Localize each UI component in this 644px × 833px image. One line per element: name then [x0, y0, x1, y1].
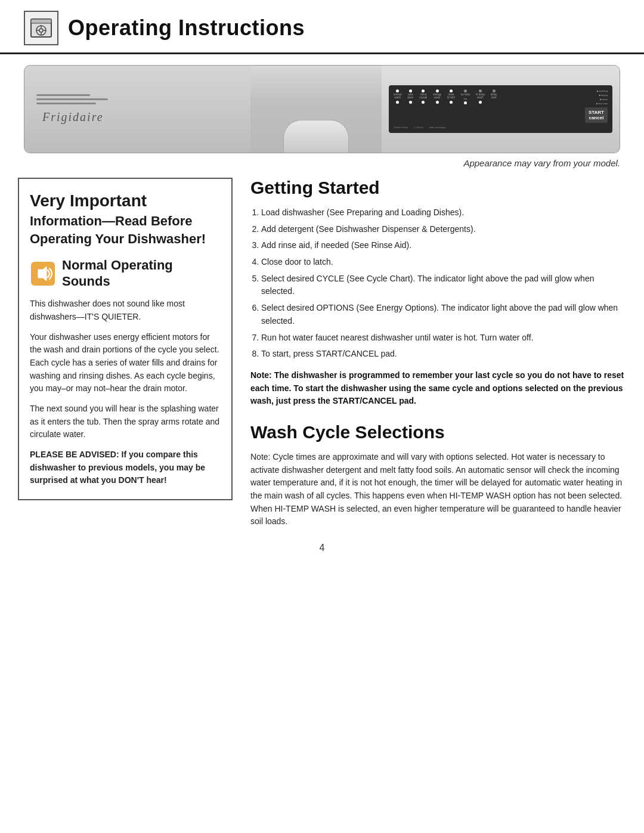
- label-energy: energysaver: [433, 94, 441, 100]
- label-noheat2: dry: [464, 98, 467, 100]
- appearance-note: Appearance may vary from your model.: [24, 158, 620, 168]
- dot2-china: [422, 101, 425, 104]
- brand-line-3: [36, 103, 96, 104]
- body-para2: Your dishwasher uses energy efficient mo…: [30, 331, 221, 395]
- cycle-china: chinacrystal: [419, 89, 427, 104]
- step-2: Add detergent (See Dishwasher Dispenser …: [261, 223, 626, 236]
- brand-name: Frigidaire: [42, 110, 239, 124]
- normal-sounds-title-block: Normal Operating Sounds: [62, 258, 173, 289]
- status-labels: ■ washing ■ drying ■ clean ■ low rinse: [585, 89, 608, 105]
- appliance-right-panel: normalwash potspans chinacrystal: [382, 66, 620, 153]
- important-box: Very Important Information—Read Before O…: [18, 178, 233, 500]
- label-noheat: no heat: [461, 94, 470, 97]
- appliance-middle-panel: [250, 66, 382, 153]
- page-footer: 4: [0, 528, 644, 563]
- wash-cycle-title: Wash Cycle Selections: [250, 422, 626, 442]
- step-1: Load dishwasher (See Preparing and Loadi…: [261, 206, 626, 219]
- cycle-delay: delaystart: [491, 89, 497, 104]
- cycle-normal: normalwash: [394, 89, 402, 104]
- step-7: Run hot water faucet nearest dishwasher …: [261, 332, 626, 345]
- important-title-line1: Very Important: [30, 191, 221, 211]
- sounds-title-line2: Sounds: [62, 274, 173, 289]
- brand-line-1: [36, 94, 90, 96]
- dot2-noheat: [464, 101, 467, 104]
- timer-remaining-label: timer remaining: [429, 126, 446, 129]
- dot-hitemp: [479, 89, 482, 92]
- appliance-left-panel: Frigidaire: [24, 66, 250, 153]
- wash-cycle-section: Wash Cycle Selections Note: Cycle times …: [250, 422, 626, 528]
- step-8: To start, press START/CANCEL pad.: [261, 348, 626, 361]
- label-pots: potspans: [408, 94, 414, 100]
- page-number: 4: [320, 543, 325, 553]
- brand-lines: [36, 94, 239, 104]
- header-icon: [24, 11, 58, 45]
- step-4: Close door to latch.: [261, 256, 626, 269]
- label-delay: delaystart: [491, 94, 497, 100]
- dot-normal: [396, 89, 399, 92]
- start-section: ■ washing ■ drying ■ clean ■ low rinse S…: [585, 89, 608, 123]
- brand-line-2: [36, 98, 108, 100]
- control-panel: normalwash potspans chinacrystal: [389, 85, 612, 133]
- sound-icon: [30, 261, 56, 287]
- label-china: chinacrystal: [419, 94, 427, 100]
- step-5: Select desired CYCLE (See Cycle Chart). …: [261, 272, 626, 298]
- washing-label: ■ washing: [585, 89, 608, 92]
- page-title: Operating Instructions: [68, 16, 305, 41]
- body-para1: This dishwasher does not sound like most…: [30, 298, 221, 323]
- cycle-noheat: no heat dry: [461, 89, 470, 104]
- right-column: Getting Started Load dishwasher (See Pre…: [250, 178, 626, 528]
- step-3: Add rinse aid, if needed (See Rinse Aid)…: [261, 239, 626, 252]
- page-header: Operating Instructions: [0, 0, 644, 54]
- getting-started-note: Note: The dishwasher is programmed to re…: [250, 369, 626, 408]
- door-handle: [283, 120, 349, 153]
- body-para3: The next sound you will hear is the spla…: [30, 402, 221, 441]
- label-normal: normalwash: [394, 94, 402, 100]
- start-cancel-button[interactable]: STARTcancel: [585, 107, 608, 123]
- rinse-label: ■ low rinse: [585, 102, 608, 105]
- appliance-image-section: Frigidaire normalwash: [24, 65, 620, 153]
- cycle-rinse: rinse& hold: [447, 89, 455, 104]
- getting-started-list: Load dishwasher (See Preparing and Loadi…: [250, 206, 626, 361]
- dot-energy: [436, 89, 439, 92]
- dot2-pots: [409, 101, 412, 104]
- dot2-normal: [396, 101, 399, 104]
- dot-rinse: [450, 89, 453, 92]
- main-content: Very Important Information—Read Before O…: [0, 178, 644, 528]
- label-hitemp: hi tempwash: [476, 94, 485, 100]
- cycle-indicators: normalwash potspans chinacrystal: [394, 89, 497, 104]
- dot-china: [422, 89, 425, 92]
- cycle-pots: potspans: [408, 89, 414, 104]
- label-rinse: rinse& hold: [447, 94, 455, 100]
- dot2-energy: [436, 101, 439, 104]
- svg-rect-1: [31, 19, 51, 23]
- cycle-hitemp: hi tempwash: [476, 89, 485, 104]
- hold-to-lock-label: ⊡ hold to lock: [394, 126, 408, 129]
- dot-pots: [409, 89, 412, 92]
- normal-sounds-header: Normal Operating Sounds: [30, 258, 221, 289]
- left-column: Very Important Information—Read Before O…: [18, 178, 233, 528]
- important-title-line2: Information—Read Before: [30, 213, 221, 229]
- sounds-title-line1: Normal Operating: [62, 258, 173, 273]
- clean-label: ■ clean: [585, 98, 608, 101]
- appliance-image: Frigidaire normalwash: [24, 65, 620, 153]
- dishwasher-icon: [29, 16, 54, 41]
- delay-hrs-label: 1–24 hrs: [414, 126, 423, 129]
- step-6: Select desired OPTIONS (See Energy Optio…: [261, 302, 626, 327]
- body-para4: PLEASE BE ADVISED: If you compare this d…: [30, 448, 221, 487]
- drying-label: ■ drying: [585, 94, 608, 97]
- wash-cycle-body: Note: Cycle times are approximate and wi…: [250, 451, 626, 528]
- panel-top-row: normalwash potspans chinacrystal: [394, 89, 608, 123]
- important-body: This dishwasher does not sound like most…: [30, 298, 221, 487]
- dot2-rinse: [450, 101, 453, 104]
- getting-started-title: Getting Started: [250, 178, 626, 198]
- getting-started-section: Getting Started Load dishwasher (See Pre…: [250, 178, 626, 408]
- important-title-line3: Operating Your Dishwasher!: [30, 231, 221, 247]
- dot-noheat: [464, 89, 467, 92]
- panel-bottom-row: ⊡ hold to lock 1–24 hrs timer remaining: [394, 125, 608, 129]
- cycle-energy: energysaver: [433, 89, 441, 104]
- dot-delay: [493, 89, 496, 92]
- dot2-hitemp: [479, 101, 482, 104]
